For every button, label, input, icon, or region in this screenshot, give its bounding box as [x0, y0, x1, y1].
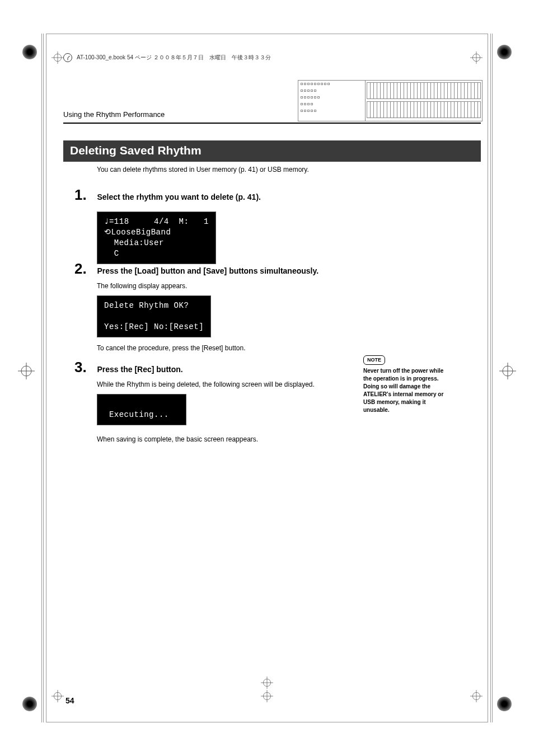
registration-mark-icon	[261, 677, 273, 689]
note-callout: NOTE Never turn off the power while the …	[363, 355, 453, 414]
keyboard-illustration	[298, 80, 483, 121]
print-mark-dot	[22, 697, 37, 711]
step-title: Press the [Rec] button.	[97, 365, 182, 374]
note-badge: NOTE	[363, 355, 385, 365]
step-number: 1.	[74, 186, 95, 204]
lcd-screen: ♩=118 4/4 M: 1 ⟲LooseBigBand Media:User …	[97, 212, 216, 264]
note-text: Never turn off the power while the opera…	[363, 367, 453, 414]
print-mark-dot	[497, 45, 512, 59]
intro-text: You can delete rhythms stored in User me…	[97, 166, 309, 173]
page-content: AT-100-300_e.book 54 ページ ２００８年５月７日 水曜日 午…	[53, 41, 481, 715]
page-frame: AT-100-300_e.book 54 ページ ２００８年５月７日 水曜日 午…	[46, 34, 488, 722]
registration-mark-icon	[470, 51, 483, 66]
section-header: Using the Rhythm Performance	[63, 110, 165, 119]
registration-mark-icon	[18, 363, 35, 379]
registration-mark-icon	[51, 690, 64, 705]
step-number: 3.	[74, 359, 95, 376]
section-rule	[63, 123, 481, 124]
lcd-screen: Delete Rhythm OK? Yes:[Rec] No:[Reset]	[97, 295, 211, 337]
book-file-header: AT-100-300_e.book 54 ページ ２００８年５月７日 水曜日 午…	[63, 53, 271, 62]
print-frame-line-right	[490, 34, 493, 722]
step-body-text: To cancel the procedure, press the [Rese…	[97, 343, 325, 353]
clock-icon	[63, 53, 72, 62]
keyboard-icon	[366, 81, 482, 121]
step-title: Select the rhythm you want to delete (p.…	[97, 192, 261, 201]
control-panel-icon	[298, 81, 366, 121]
step-2: 2. Press the [Load] button and [Save] bu…	[74, 260, 325, 353]
page-title: Deleting Saved Rhythm	[63, 140, 481, 162]
lcd-screen: Executing...	[97, 394, 186, 425]
step-3: 3. Press the [Rec] button. While the Rhy…	[74, 359, 325, 444]
registration-mark-icon	[51, 51, 64, 66]
step-body-text: When saving is complete, the basic scree…	[97, 434, 325, 444]
step-1: 1. Select the rhythm you want to delete …	[74, 186, 325, 264]
registration-mark-icon	[470, 690, 483, 705]
print-mark-dot	[497, 697, 512, 711]
book-header-text: AT-100-300_e.book 54 ページ ２００８年５月７日 水曜日 午…	[77, 54, 271, 62]
registration-mark-icon	[261, 690, 273, 705]
step-body-text: The following display appears.	[97, 281, 325, 291]
step-number: 2.	[74, 260, 95, 278]
registration-mark-icon	[499, 363, 516, 379]
step-title: Press the [Load] button and [Save] butto…	[97, 266, 318, 275]
page-number: 54	[65, 696, 74, 705]
step-body-text: While the Rhythm is being deleted, the f…	[97, 379, 325, 389]
print-mark-dot	[22, 45, 37, 59]
print-frame-line-left	[41, 34, 44, 722]
